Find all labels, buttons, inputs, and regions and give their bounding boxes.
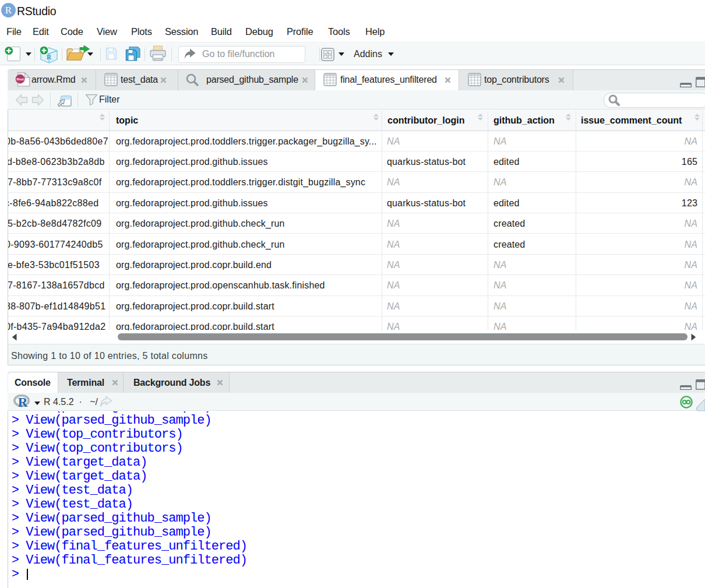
svg-text:R: R: [18, 395, 28, 409]
svg-text:Rmd: Rmd: [16, 78, 23, 81]
svg-text:R: R: [47, 52, 52, 61]
